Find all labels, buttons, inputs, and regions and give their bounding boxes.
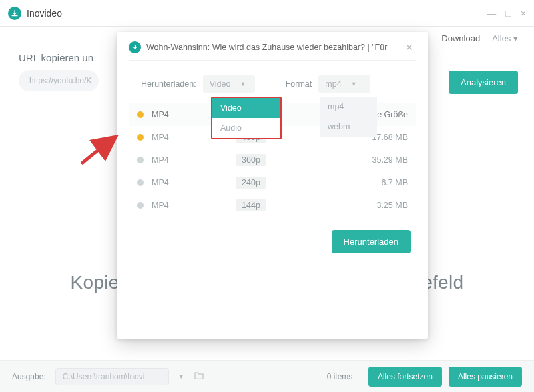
format-row[interactable]: MP4 144p 3.25 MB [129,194,416,217]
format-type: MP4 [152,110,196,119]
format-row[interactable]: MP4 360p 35.29 MB [129,149,416,171]
select-indicator-icon[interactable] [137,157,144,163]
format-label: Format [286,79,312,89]
type-option-audio[interactable]: Audio [212,118,280,138]
window-controls: — □ × [439,8,526,19]
dialog-header: Wohn-Wahnsinn: Wie wird das Zuhause wied… [129,41,416,61]
tab-all[interactable]: Alles ▾ [492,33,518,43]
type-option-video[interactable]: Video [212,98,280,118]
format-type: MP4 [152,178,196,187]
select-indicator-icon[interactable] [137,202,144,209]
format-size: 3.25 MB [328,201,408,210]
items-count: 0 items [327,372,353,381]
app-icon [8,7,21,20]
titlebar: Inovideo — □ × [0,0,534,27]
type-select[interactable]: Video ▼ [203,75,255,93]
format-size: 35.29 MB [328,155,408,165]
format-res: 240p [236,177,266,189]
folder-icon[interactable] [194,371,204,382]
select-indicator-icon[interactable] [137,134,144,141]
download-type-label: Herunterladen: [141,79,196,89]
chevron-down-icon: ▾ [513,33,518,43]
close-button[interactable]: × [521,8,526,19]
minimize-button[interactable]: — [487,8,496,19]
chevron-down-icon[interactable]: ▼ [178,373,184,380]
url-input[interactable]: https://youtu.be/K [19,70,99,91]
type-dropdown: Video Audio [211,97,282,139]
download-button[interactable]: Herunterladen [332,230,411,253]
format-res: 144p [236,199,266,211]
pause-all-button[interactable]: Alles pausieren [449,367,522,387]
analysis-dialog: Wohn-Wahnsinn: Wie wird das Zuhause wied… [117,32,428,339]
chevron-down-icon: ▼ [240,81,246,87]
dialog-controls: Herunterladen: Video ▼ Format mp4 ▼ Vide… [141,75,413,93]
format-option-mp4[interactable]: mp4 [320,97,377,117]
select-indicator-icon[interactable] [137,179,144,186]
format-option-webm[interactable]: webm [320,117,377,137]
select-indicator-icon[interactable] [137,111,144,118]
format-res: 360p [236,154,266,166]
format-type: MP4 [152,155,196,165]
analyze-button[interactable]: Analysieren [449,71,518,94]
tab-download[interactable]: Download [441,33,480,43]
format-size: 6.7 MB [328,178,408,187]
chevron-down-icon: ▼ [351,81,357,87]
dialog-close-button[interactable]: ✕ [403,42,416,53]
format-select[interactable]: mp4 ▼ [318,75,370,93]
resume-all-button[interactable]: Alles fortsetzen [368,367,442,387]
dialog-title: Wohn-Wahnsinn: Wie wird das Zuhause wied… [146,43,397,52]
format-row[interactable]: MP4 240p 6.7 MB [129,171,416,194]
output-path[interactable]: C:\Users\tranhom\Inovi [55,368,169,385]
format-dropdown: mp4 webm [320,97,377,137]
maximize-button[interactable]: □ [505,8,511,19]
format-type: MP4 [152,133,196,142]
format-type: MP4 [152,201,196,210]
app-icon [129,41,141,53]
status-bar: Ausgabe: C:\Users\tranhom\Inovi ▼ 0 item… [0,360,534,392]
app-title: Inovideo [27,8,62,19]
output-label: Ausgabe: [12,372,46,381]
